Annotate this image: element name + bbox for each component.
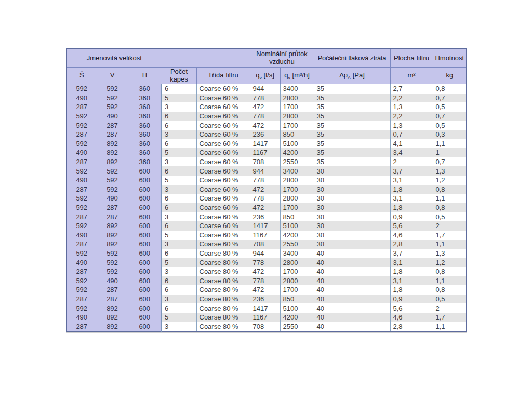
table-cell: 360 <box>128 84 162 94</box>
table-cell: 592 <box>97 102 128 112</box>
table-cell: 490 <box>97 194 128 203</box>
table-cell: 40 <box>314 258 390 267</box>
table-cell: 472 <box>250 121 280 130</box>
column-header-label: kg <box>446 71 453 79</box>
table-row: 2878926003Coarse 60 %7082550302,81,1 <box>66 240 467 249</box>
table-cell: 600 <box>128 258 162 267</box>
table-cell: 490 <box>66 148 97 157</box>
table-cell: 778 <box>250 112 280 121</box>
table-cell: Coarse 60 % <box>196 121 250 130</box>
table-cell: 600 <box>128 295 162 304</box>
table-cell: 2,2 <box>390 94 433 103</box>
table-cell: 3,7 <box>390 166 433 176</box>
table-row: 5925923606Coarse 60 %9443400352,70,8 <box>66 84 467 94</box>
table-cell: 850 <box>280 212 314 221</box>
table-cell: 1417 <box>250 221 280 231</box>
column-header-label: Třída filtru <box>208 71 238 79</box>
table-cell: 1 <box>433 148 467 157</box>
table-cell: 1,8 <box>390 185 433 194</box>
table-cell: 35 <box>314 130 390 139</box>
table-cell: 3 <box>162 130 196 139</box>
column-header-unit: [m³/h] <box>290 71 310 79</box>
table-cell: Coarse 60 % <box>196 185 250 194</box>
table-cell: 5100 <box>280 139 314 149</box>
table-cell: Coarse 60 % <box>196 102 250 112</box>
table-cell: Coarse 60 % <box>196 139 250 149</box>
table-cell: 5 <box>162 231 196 240</box>
table-cell: 490 <box>66 258 97 267</box>
table-cell: 287 <box>97 295 128 304</box>
column-header-cell: Třída filtru <box>196 68 250 84</box>
group-header-cell: Nominální průtok vzduchu <box>250 49 314 68</box>
table-cell: 600 <box>128 313 162 322</box>
table-cell: 892 <box>97 139 128 149</box>
table-cell: 600 <box>128 221 162 231</box>
column-header-cell: H <box>128 68 162 84</box>
table-cell: 5,6 <box>390 303 433 313</box>
table-cell: 6 <box>162 276 196 285</box>
table-cell: Coarse 80 % <box>196 258 250 267</box>
column-header-unit: [Pa] <box>351 71 365 79</box>
table-cell: Coarse 60 % <box>196 203 250 212</box>
table-cell: 592 <box>97 176 128 185</box>
table-cell: 592 <box>97 94 128 103</box>
table-cell: 4200 <box>280 231 314 240</box>
table-row: 5924906006Coarse 60 %7782800303,11,1 <box>66 194 467 203</box>
table-cell: 472 <box>250 203 280 212</box>
table-cell: 6 <box>162 84 196 94</box>
table-cell: 592 <box>97 249 128 258</box>
table-cell: 287 <box>66 157 97 167</box>
table-cell: 5 <box>162 313 196 322</box>
table-cell: 6 <box>162 249 196 258</box>
table-cell: 287 <box>97 121 128 130</box>
table-cell: 236 <box>250 295 280 304</box>
table-cell: 4200 <box>280 313 314 322</box>
table-cell: 0,5 <box>433 121 467 130</box>
table-row: 2872876003Coarse 60 %236850300,90,5 <box>66 212 467 221</box>
table-cell: 0,5 <box>433 295 467 304</box>
table-cell: Coarse 60 % <box>196 166 250 176</box>
table-cell: Coarse 60 % <box>196 212 250 221</box>
table-cell: 600 <box>128 285 162 295</box>
table-row: 4905926005Coarse 60 %7782800303,11,2 <box>66 176 467 185</box>
table-cell: 360 <box>128 139 162 149</box>
table-cell: 1,1 <box>433 194 467 203</box>
table-cell: Coarse 80 % <box>196 295 250 304</box>
table-cell: 592 <box>66 303 97 313</box>
table-cell: 4,6 <box>390 313 433 322</box>
table-cell: 892 <box>97 322 128 331</box>
table-cell: 892 <box>97 303 128 313</box>
table-cell: 287 <box>97 212 128 221</box>
table-cell: 1167 <box>250 313 280 322</box>
table-cell: 472 <box>250 267 280 276</box>
table-header: Jmenovitá velikostNominální průtok vzduc… <box>66 49 467 84</box>
table-cell: 35 <box>314 157 390 167</box>
table-cell: 592 <box>97 258 128 267</box>
table-cell: 287 <box>66 295 97 304</box>
table-cell: 6 <box>162 203 196 212</box>
column-header-cell: m² <box>390 68 433 84</box>
table-cell: 600 <box>128 267 162 276</box>
table-cell: 3,4 <box>390 148 433 157</box>
table-cell: 1700 <box>280 267 314 276</box>
table-cell: 592 <box>66 285 97 295</box>
table-cell: 1,3 <box>433 249 467 258</box>
table-cell: 2 <box>390 157 433 167</box>
table-cell: 600 <box>128 185 162 194</box>
table-cell: 0,8 <box>433 203 467 212</box>
table-cell: 2800 <box>280 258 314 267</box>
table-cell: 1700 <box>280 102 314 112</box>
table-cell: 600 <box>128 322 162 331</box>
table-cell: 592 <box>66 139 97 149</box>
table-cell: 236 <box>250 212 280 221</box>
table-cell: 0,7 <box>390 130 433 139</box>
table-row: 2875926003Coarse 80 %4721700401,80,8 <box>66 267 467 276</box>
table-cell: 30 <box>314 203 390 212</box>
table-cell: 30 <box>314 176 390 185</box>
table-cell: 592 <box>66 166 97 176</box>
header-columns-row: ŠVHPočet kapesTřída filtruqv [l/s]qv [m³… <box>66 68 467 84</box>
table-cell: Coarse 60 % <box>196 176 250 185</box>
table-cell: Coarse 80 % <box>196 285 250 295</box>
table-cell: 0,9 <box>390 212 433 221</box>
table-cell: 5100 <box>280 303 314 313</box>
